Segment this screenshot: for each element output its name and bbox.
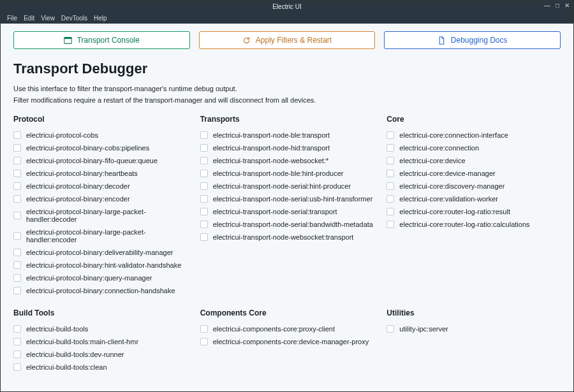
filter-item[interactable]: electricui-transport-node-ble:hint-produ… — [200, 167, 374, 180]
section-title: Core — [386, 115, 561, 124]
svg-rect-1 — [64, 37, 71, 38]
filter-item-label: electricui-transport-node-serial:bandwid… — [213, 221, 373, 228]
filter-item[interactable]: electricui-core:device — [386, 154, 561, 167]
filter-item-label: electricui-build-tools:dev-runner — [26, 351, 124, 358]
filter-item[interactable]: electricui-protocol-binary:heartbeats — [13, 167, 188, 180]
apply-filters-button[interactable]: Apply Filters & Restart — [199, 31, 376, 49]
filter-item[interactable]: electricui-protocol-binary:hint-validato… — [13, 259, 188, 272]
checkbox[interactable] — [200, 144, 208, 152]
filter-item[interactable]: electricui-build-tools:clean — [13, 361, 188, 374]
maximize-icon[interactable]: □ — [556, 2, 559, 9]
filter-item-label: electricui-protocol-binary:connection-ha… — [26, 287, 175, 294]
filter-item[interactable]: electricui-transport-node-serial:transpo… — [200, 205, 374, 218]
filter-item[interactable]: electricui-protocol-binary-large-packet-… — [13, 205, 188, 226]
checkbox[interactable] — [386, 182, 394, 190]
filter-item[interactable]: electricui-build-tools:dev-runner — [13, 348, 188, 361]
checkbox[interactable] — [386, 157, 394, 164]
checkbox[interactable] — [13, 287, 21, 294]
filter-item[interactable]: electricui-transport-node-websocket:tran… — [200, 231, 374, 243]
transport-console-button[interactable]: Transport Console — [13, 31, 190, 49]
checkbox[interactable] — [13, 144, 21, 152]
menu-help[interactable]: Help — [94, 15, 107, 22]
close-icon[interactable]: ✕ — [564, 2, 570, 9]
checkbox[interactable] — [200, 221, 208, 228]
refresh-icon — [242, 36, 251, 45]
menu-edit[interactable]: Edit — [24, 15, 34, 22]
menubar: File Edit View DevTools Help — [1, 12, 573, 24]
checkbox[interactable] — [200, 208, 208, 215]
menu-devtools[interactable]: DevTools — [61, 15, 87, 22]
filter-item[interactable]: electricui-core:router-log-ratio:result — [386, 205, 561, 218]
filter-section: Transportselectricui-transport-node-ble:… — [200, 115, 374, 297]
filter-item-label: electricui-core:connection — [399, 144, 479, 152]
checkbox[interactable] — [200, 157, 208, 164]
checkbox[interactable] — [13, 212, 21, 219]
checkbox[interactable] — [200, 325, 208, 333]
filter-item[interactable]: electricui-protocol-binary-large-packet-… — [13, 226, 188, 246]
menu-file[interactable]: File — [7, 15, 17, 22]
checkbox[interactable] — [13, 182, 21, 190]
filter-item-label: electricui-core:device — [399, 157, 465, 164]
checkbox[interactable] — [200, 233, 208, 241]
checkbox[interactable] — [13, 325, 21, 333]
checkbox[interactable] — [200, 338, 208, 345]
checkbox[interactable] — [200, 195, 208, 203]
filter-item[interactable]: electricui-transport-node-serial:hint-pr… — [200, 180, 374, 192]
filter-item[interactable]: electricui-transport-node-websocket:* — [200, 154, 374, 167]
checkbox[interactable] — [200, 170, 208, 177]
checkbox[interactable] — [386, 131, 394, 139]
menu-view[interactable]: View — [41, 15, 55, 22]
checkbox[interactable] — [13, 232, 21, 240]
filter-item[interactable]: electricui-core:validation-worker — [386, 192, 561, 205]
filter-item[interactable]: electricui-build-tools:main-client-hmr — [13, 335, 188, 348]
filter-item[interactable]: electricui-protocol-cobs — [13, 129, 188, 142]
checkbox[interactable] — [386, 208, 394, 215]
checkbox[interactable] — [13, 338, 21, 345]
filter-item[interactable]: electricui-protocol-binary:connection-ha… — [13, 284, 188, 297]
transport-console-label: Transport Console — [77, 36, 140, 45]
checkbox[interactable] — [386, 195, 394, 203]
filter-item[interactable]: electricui-protocol-binary-cobs:pipeline… — [13, 142, 188, 154]
filter-item[interactable]: electricui-protocol-binary:query-manager — [13, 272, 188, 284]
filter-item-label: electricui-protocol-binary-large-packet-… — [26, 228, 188, 243]
filter-item[interactable]: electricui-core:device-manager — [386, 167, 561, 180]
section-title: Protocol — [13, 115, 188, 124]
filter-item[interactable]: electricui-transport-node-serial:bandwid… — [200, 218, 374, 231]
filter-item-label: electricui-transport-node-serial:transpo… — [213, 208, 337, 215]
checkbox[interactable] — [13, 157, 21, 164]
filter-item-label: electricui-transport-node-websocket:* — [213, 157, 329, 164]
filter-item[interactable]: electricui-transport-node-hid:transport — [200, 142, 374, 154]
checkbox[interactable] — [13, 131, 21, 139]
filter-item[interactable]: electricui-components-core:proxy-client — [200, 323, 374, 335]
filter-item[interactable]: electricui-core:connection-interface — [386, 129, 561, 142]
checkbox[interactable] — [13, 261, 21, 269]
filter-item[interactable]: electricui-protocol-binary:deliverabilit… — [13, 246, 188, 259]
filter-item[interactable]: electricui-protocol-binary:encoder — [13, 192, 188, 205]
filter-item[interactable]: electricui-protocol-binary-fifo-queue:qu… — [13, 154, 188, 167]
filter-item[interactable]: electricui-build-tools — [13, 323, 188, 335]
filter-item[interactable]: electricui-core:connection — [386, 142, 561, 154]
checkbox[interactable] — [386, 144, 394, 152]
filter-item-label: electricui-core:validation-worker — [399, 195, 498, 203]
checkbox[interactable] — [200, 182, 208, 190]
checkbox[interactable] — [13, 351, 21, 358]
minimize-icon[interactable]: — — [544, 2, 550, 9]
checkbox[interactable] — [386, 325, 394, 333]
filter-item-label: electricui-protocol-binary:decoder — [26, 182, 130, 190]
filter-item[interactable]: electricui-core:discovery-manager — [386, 180, 561, 192]
filter-item[interactable]: electricui-transport-node-ble:transport — [200, 129, 374, 142]
checkbox[interactable] — [13, 363, 21, 371]
checkbox[interactable] — [13, 249, 21, 256]
checkbox[interactable] — [13, 195, 21, 203]
filter-item[interactable]: electricui-transport-node-serial:usb-hin… — [200, 192, 374, 205]
filter-item[interactable]: electricui-components-core:device-manage… — [200, 335, 374, 348]
checkbox[interactable] — [13, 274, 21, 282]
debugging-docs-button[interactable]: Debugging Docs — [384, 31, 561, 49]
checkbox[interactable] — [13, 170, 21, 177]
filter-item[interactable]: utility-ipc:server — [386, 323, 561, 335]
checkbox[interactable] — [386, 221, 394, 228]
checkbox[interactable] — [386, 170, 394, 177]
filter-item[interactable]: electricui-core:router-log-ratio:calcula… — [386, 218, 561, 231]
checkbox[interactable] — [200, 131, 208, 139]
filter-item[interactable]: electricui-protocol-binary:decoder — [13, 180, 188, 192]
